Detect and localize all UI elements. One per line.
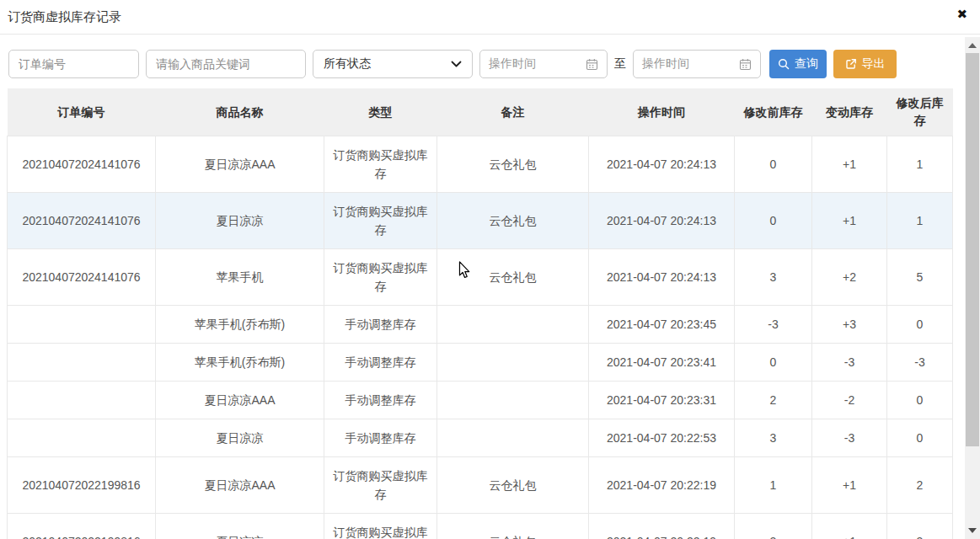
table-cell: 云仓礼包 [437,514,589,539]
scroll-up-arrow-icon[interactable] [968,43,977,48]
order-number-input[interactable] [8,50,139,78]
date-range-to-label: 至 [614,56,626,72]
table-cell: -3 [735,306,812,344]
table-cell [437,419,589,457]
table-cell: 0 [887,382,953,419]
table-cell: -2 [812,382,887,419]
table-cell: 苹果手机 [156,249,324,306]
table-row: 202104072022199816夏日凉凉AAA订货商购买虚拟库存云仓礼包20… [8,457,953,514]
table-cell: 2021-04-07 20:24:13 [589,249,735,306]
export-button-label: 导出 [862,56,886,72]
chevron-down-icon [451,61,462,68]
table-cell: +2 [812,249,887,306]
table-cell: 2 [735,382,812,419]
page-title: 订货商虚拟库存记录 [8,9,121,25]
close-icon[interactable]: ✖ [956,8,967,20]
table-cell: 手动调整库存 [324,382,437,419]
table-cell: 0 [887,306,953,344]
search-icon [778,58,790,70]
table-cell: -3 [812,419,887,457]
table-cell [8,306,156,344]
table-cell: 手动调整库存 [324,344,437,382]
table-cell: 订货商购买虚拟库存 [324,457,437,514]
table-cell: 云仓礼包 [437,249,589,306]
inventory-records-table: 订单编号商品名称类型备注操作时间修改前库存变动库存修改后库存 202104072… [7,88,953,539]
table-cell: 202104072022199816 [8,457,156,514]
table-cell [8,419,156,457]
table-cell: 0 [735,193,812,249]
table-row: 202104072024141076夏日凉凉订货商购买虚拟库存云仓礼包2021-… [8,193,953,249]
modal-header: 订货商虚拟库存记录 [0,0,980,35]
search-button[interactable]: 查询 [769,50,827,78]
calendar-icon [586,58,598,71]
table-row: 202104072024141076苹果手机订货商购买虚拟库存云仓礼包2021-… [8,249,953,306]
table-cell [437,344,589,382]
column-header: 修改前库存 [735,88,812,136]
table-cell: 苹果手机(乔布斯) [156,344,324,382]
table-cell: +3 [812,306,887,344]
table-cell: 2021-04-07 20:23:45 [589,306,735,344]
table-cell: 2021-04-07 20:22:19 [589,457,735,514]
table-cell: 订货商购买虚拟库存 [324,193,437,249]
table-cell [437,306,589,344]
table-cell: 1 [735,457,812,514]
table-cell: 夏日凉凉AAA [156,136,324,193]
table-cell: 1 [887,136,953,193]
table-cell: 云仓礼包 [437,457,589,514]
table-row: 202104072022199816夏日凉凉订货商购买虚拟库存云仓礼包2021-… [8,514,953,539]
column-header: 商品名称 [156,88,324,136]
scrollbar-thumb[interactable] [966,53,979,446]
table-cell: 苹果手机(乔布斯) [156,306,324,344]
table-cell: 手动调整库存 [324,419,437,457]
table-row: 夏日凉凉AAA手动调整库存2021-04-07 20:23:312-20 [8,382,953,419]
column-header: 订单编号 [8,88,156,136]
table-cell: 夏日凉凉 [156,419,324,457]
table-cell: 2021-04-07 20:22:53 [589,419,735,457]
search-button-label: 查询 [795,56,818,72]
table-cell: 订货商购买虚拟库存 [324,136,437,193]
table-cell: 2021-04-07 20:23:41 [589,344,735,382]
table-cell: 2 [887,457,953,514]
status-select[interactable]: 所有状态 [313,50,473,78]
date-start-placeholder: 操作时间 [489,56,536,72]
table-cell: 5 [887,249,953,306]
table-cell: 202104072024141076 [8,136,156,193]
product-keyword-input[interactable] [146,50,306,78]
table-cell: 2 [735,514,812,539]
column-header: 备注 [437,88,589,136]
table-cell: +1 [812,193,887,249]
table-row: 苹果手机(乔布斯)手动调整库存2021-04-07 20:23:45-3+30 [8,306,953,344]
table-row: 苹果手机(乔布斯)手动调整库存2021-04-07 20:23:410-3-3 [8,344,953,382]
date-start-input[interactable]: 操作时间 [479,50,608,78]
table-cell: 2021-04-07 20:24:13 [589,193,735,249]
table-cell: +1 [812,514,887,539]
vertical-scrollbar[interactable] [965,37,980,539]
calendar-icon [739,58,752,71]
table-cell: 2021-04-07 20:22:19 [589,514,735,539]
table-cell: 3 [887,514,953,539]
table-cell: 订货商购买虚拟库存 [324,514,437,539]
table-cell: -3 [887,344,953,382]
table-cell: -3 [812,344,887,382]
table-cell: 0 [735,344,812,382]
table-cell: 0 [887,419,953,457]
date-end-placeholder: 操作时间 [642,56,689,72]
table-cell: 3 [735,419,812,457]
column-header: 变动库存 [812,88,887,136]
table-cell: 夏日凉凉AAA [156,382,324,419]
table-cell [8,382,156,419]
table-row: 夏日凉凉手动调整库存2021-04-07 20:22:533-30 [8,419,953,457]
table-cell: 3 [735,249,812,306]
table-cell: 1 [887,193,953,249]
table-cell: 夏日凉凉 [156,193,324,249]
table-cell: 云仓礼包 [437,136,589,193]
date-end-input[interactable]: 操作时间 [633,50,761,78]
status-select-value: 所有状态 [324,56,371,72]
scroll-down-arrow-icon[interactable] [968,528,977,533]
table-cell: 云仓礼包 [437,193,589,249]
column-header: 操作时间 [589,88,735,136]
export-button[interactable]: 导出 [833,50,897,78]
table-header-row: 订单编号商品名称类型备注操作时间修改前库存变动库存修改后库存 [8,88,953,136]
table-cell [437,382,589,419]
export-icon [845,58,857,70]
